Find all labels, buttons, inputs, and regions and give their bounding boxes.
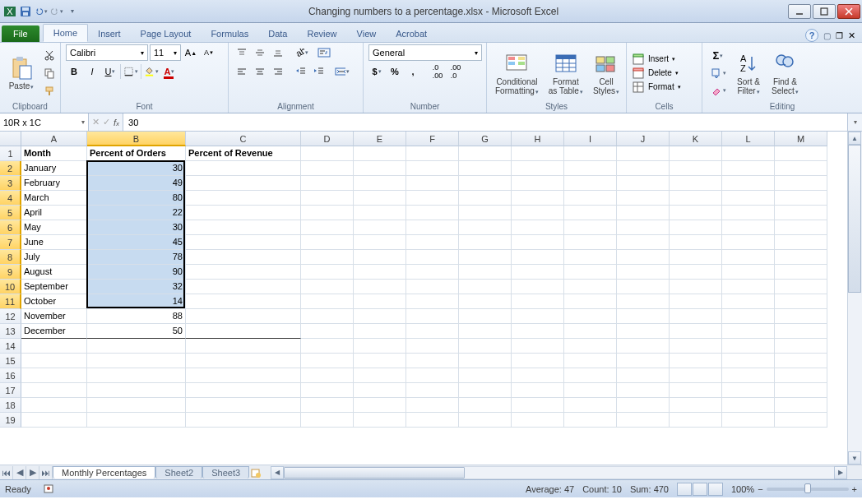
cell[interactable] <box>186 368 301 383</box>
tab-file[interactable]: File <box>2 25 39 42</box>
cell[interactable] <box>301 324 354 339</box>
cell[interactable] <box>459 250 512 265</box>
cell[interactable] <box>301 383 354 398</box>
cell[interactable] <box>722 235 775 250</box>
scroll-left-button[interactable]: ◀ <box>271 466 284 479</box>
expand-formula-bar-icon[interactable]: ▾ <box>847 113 862 131</box>
cell[interactable]: Month <box>21 146 87 161</box>
cell[interactable] <box>722 309 775 324</box>
cell[interactable] <box>670 176 722 191</box>
minimize-button[interactable] <box>788 4 811 19</box>
sheet-tab[interactable]: Sheet2 <box>155 466 202 479</box>
cell[interactable] <box>301 368 354 383</box>
cell[interactable] <box>186 398 301 413</box>
cell[interactable] <box>87 413 186 428</box>
cell[interactable] <box>722 220 775 235</box>
tab-view[interactable]: View <box>347 25 387 42</box>
align-top-icon[interactable] <box>234 44 250 61</box>
increase-indent-icon[interactable] <box>311 63 327 80</box>
restore-window-icon[interactable]: ❐ <box>836 31 843 40</box>
cell[interactable] <box>406 280 459 294</box>
cell[interactable]: November <box>21 309 87 324</box>
cell[interactable] <box>722 413 775 428</box>
find-select-button[interactable]: Find & Select <box>768 49 802 98</box>
cell[interactable] <box>459 220 512 235</box>
cell[interactable] <box>186 383 301 398</box>
zoom-in-button[interactable]: + <box>852 484 857 494</box>
cell[interactable] <box>564 309 617 324</box>
copy-icon[interactable] <box>41 65 58 81</box>
cell[interactable] <box>354 354 406 368</box>
column-header[interactable]: F <box>406 132 459 146</box>
cell[interactable] <box>617 235 670 250</box>
select-all-corner[interactable] <box>0 132 21 146</box>
cell[interactable] <box>775 383 827 398</box>
prev-sheet-icon[interactable]: ◀ <box>13 466 26 479</box>
column-headers[interactable]: ABCDEFGHIJKLM <box>21 132 827 146</box>
redo-icon[interactable] <box>50 5 63 18</box>
cell[interactable] <box>459 339 512 354</box>
column-header[interactable]: I <box>564 132 617 146</box>
cell[interactable] <box>775 176 827 191</box>
cell[interactable] <box>617 265 670 280</box>
cell[interactable] <box>186 206 301 220</box>
cell[interactable] <box>512 146 564 161</box>
cell[interactable] <box>670 324 722 339</box>
row-header[interactable]: 8 <box>0 250 21 265</box>
align-bottom-icon[interactable] <box>270 44 286 61</box>
horizontal-scroll-thumb[interactable] <box>284 467 465 479</box>
fill-color-button[interactable] <box>143 63 160 80</box>
cell[interactable] <box>722 354 775 368</box>
cell[interactable] <box>775 206 827 220</box>
cell[interactable]: August <box>21 265 87 280</box>
cell[interactable] <box>617 220 670 235</box>
horizontal-scrollbar[interactable]: ◀ ▶ <box>271 466 847 479</box>
cell[interactable] <box>512 280 564 294</box>
page-layout-view-button[interactable] <box>693 483 707 496</box>
cell[interactable] <box>670 368 722 383</box>
align-right-icon[interactable] <box>270 63 286 80</box>
cell[interactable] <box>670 161 722 176</box>
cell[interactable] <box>617 176 670 191</box>
cell[interactable] <box>459 413 512 428</box>
fx-icon[interactable]: fx <box>114 118 119 127</box>
conditional-formatting-button[interactable]: Conditional Formatting <box>492 49 542 98</box>
cell[interactable] <box>87 339 186 354</box>
cut-icon[interactable] <box>41 47 58 63</box>
cell[interactable] <box>459 383 512 398</box>
save-icon[interactable] <box>19 5 32 18</box>
name-box[interactable]: 10R x 1C▾ <box>0 113 89 131</box>
row-header[interactable]: 15 <box>0 354 21 368</box>
cell[interactable] <box>406 250 459 265</box>
cell[interactable] <box>775 368 827 383</box>
row-header[interactable]: 6 <box>0 220 21 235</box>
bold-button[interactable]: B <box>66 63 82 80</box>
cell[interactable] <box>775 280 827 294</box>
cell[interactable] <box>301 206 354 220</box>
italic-button[interactable]: I <box>84 63 100 80</box>
underline-button[interactable]: U <box>102 63 118 80</box>
cell[interactable] <box>87 354 186 368</box>
cell[interactable]: 78 <box>87 250 186 265</box>
cell[interactable] <box>564 294 617 309</box>
cell[interactable] <box>354 176 406 191</box>
cell[interactable]: 50 <box>87 324 186 339</box>
cell[interactable] <box>617 146 670 161</box>
cell[interactable] <box>564 383 617 398</box>
cell[interactable] <box>459 235 512 250</box>
sort-filter-button[interactable]: AZ Sort & Filter <box>732 49 765 98</box>
column-header[interactable]: C <box>186 132 301 146</box>
cell[interactable]: April <box>21 206 87 220</box>
merge-center-icon[interactable] <box>334 63 350 80</box>
row-header[interactable]: 18 <box>0 398 21 413</box>
cell[interactable]: February <box>21 176 87 191</box>
sheet-tab[interactable]: Monthly Percentages <box>53 466 155 479</box>
cell[interactable] <box>301 280 354 294</box>
cell[interactable] <box>186 339 301 354</box>
cell[interactable] <box>512 339 564 354</box>
decrease-font-icon[interactable]: A▼ <box>201 44 217 61</box>
cell[interactable] <box>564 250 617 265</box>
cell[interactable] <box>564 413 617 428</box>
help-icon[interactable]: ? <box>805 29 818 42</box>
cell[interactable] <box>354 309 406 324</box>
